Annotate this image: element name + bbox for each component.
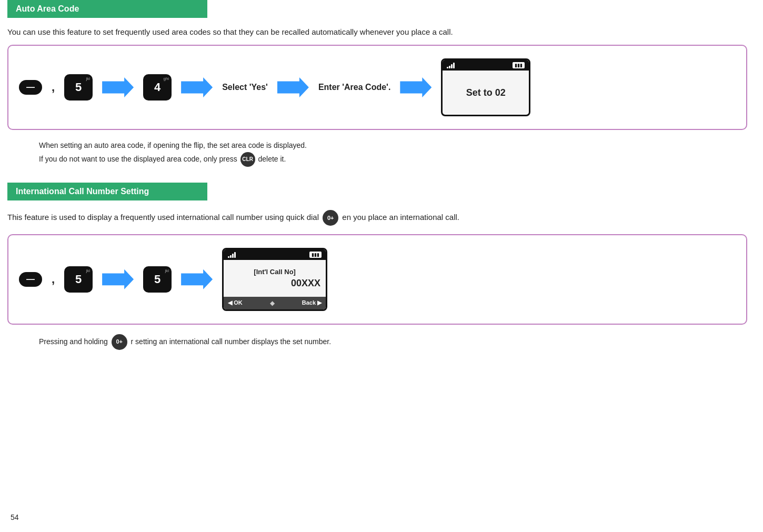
arrow-3 (277, 77, 309, 97)
intl-call-header: International Call Number Setting (7, 183, 207, 200)
intl-call-flow: — , jkl 5 jkl 5 ▮▮▮ (7, 234, 747, 325)
arrow-2 (181, 77, 213, 97)
key-5-intl-2: jkl 5 (143, 266, 172, 293)
key-5-intl: jkl 5 (64, 266, 93, 293)
back-key: — (19, 80, 42, 95)
comma-separator: , (52, 81, 55, 94)
note-line1: When setting an auto area code, if openi… (39, 139, 747, 152)
zero-plus-icon-note: 0+ (112, 334, 127, 350)
battery-icon: ▮▮▮ (513, 62, 525, 68)
page-number: 54 (11, 513, 19, 521)
intl-screen-number: 00XXX (224, 277, 326, 292)
intl-screen-title: [Int'l Call No] (224, 265, 326, 277)
auto-area-code-flow: — , jkl 5 ghi 4 Select 'Yes' Enter 'Area… (7, 45, 747, 130)
screen-set-text: Set to 02 (466, 87, 506, 98)
intl-arrow-1 (102, 269, 134, 289)
intl-screen-top: ▮▮▮ (224, 249, 326, 260)
key-5-first: jkl 5 (64, 74, 93, 101)
screen-ok-btn: ◀ OK (228, 299, 243, 306)
signal-icon (447, 62, 455, 68)
auto-area-code-header: Auto Area Code (7, 0, 207, 18)
intl-call-section: International Call Number Setting This f… (7, 183, 747, 350)
clr-button-icon: CLR (240, 152, 255, 167)
enter-area-code-label: Enter 'Area Code'. (318, 83, 390, 92)
intl-battery-icon: ▮▮▮ (309, 252, 322, 258)
select-yes-label: Select 'Yes' (222, 83, 268, 92)
auto-area-code-notes: When setting an auto area code, if openi… (39, 139, 747, 167)
auto-area-code-section: Auto Area Code You can use this feature … (7, 0, 747, 167)
intl-call-note: Pressing and holding 0+ r setting an int… (39, 334, 747, 350)
intl-signal-icon (228, 252, 236, 258)
auto-area-code-description: You can use this feature to set frequent… (7, 27, 747, 36)
screen-back-btn: Back ▶ (302, 299, 322, 306)
back-key-intl: — (19, 272, 42, 287)
screen-top-bar: ▮▮▮ (443, 60, 529, 71)
arrow-4 (400, 77, 431, 97)
screen-mid-icon: ◆ (270, 299, 275, 307)
phone-screen-intl: ▮▮▮ [Int'l Call No] 00XXX ◀ OK ◆ Back ▶ (222, 248, 327, 311)
intl-arrow-2 (181, 269, 213, 289)
key-4: ghi 4 (143, 74, 172, 101)
intl-call-description: This feature is used to display a freque… (7, 210, 747, 226)
screen-body: Set to 02 (443, 71, 529, 115)
comma-separator-intl: , (52, 273, 55, 286)
phone-screen-set02: ▮▮▮ Set to 02 (441, 58, 530, 116)
zero-plus-icon-desc: 0+ (323, 210, 338, 226)
intl-screen-bottom: ◀ OK ◆ Back ▶ (224, 297, 326, 309)
arrow-1 (102, 77, 134, 97)
note-line2: If you do not want to use the displayed … (39, 152, 747, 167)
